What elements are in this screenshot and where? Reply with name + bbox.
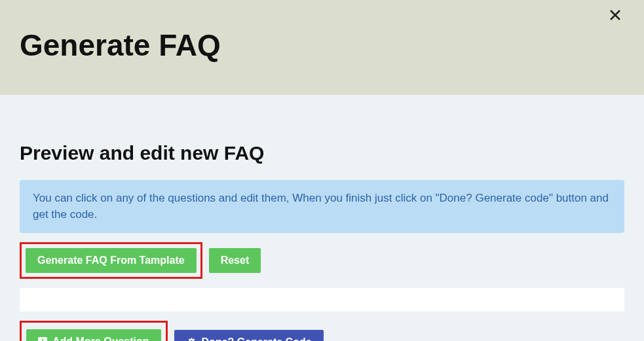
- button-label: Generate FAQ From Tamplate: [37, 255, 185, 266]
- close-icon: [609, 9, 621, 21]
- done-generate-code-button[interactable]: Done? Generate Code: [174, 330, 324, 341]
- generate-from-template-button[interactable]: Generate FAQ From Tamplate: [26, 248, 197, 273]
- highlight-annotation: Add More Question: [20, 321, 168, 341]
- button-label: Reset: [221, 255, 250, 266]
- button-label: Done? Generate Code: [202, 336, 312, 341]
- highlight-annotation: Generate FAQ From Tamplate: [20, 242, 202, 279]
- button-row-2: Add More Question Done? Generate Code: [29, 321, 624, 341]
- modal-title: Generate FAQ: [20, 27, 624, 63]
- section-title: Preview and edit new FAQ: [20, 142, 624, 164]
- reset-button[interactable]: Reset: [209, 248, 261, 273]
- faq-preview-panel: [20, 288, 624, 312]
- close-button[interactable]: [609, 8, 621, 24]
- button-label: Add More Question: [52, 336, 149, 341]
- modal-header: Generate FAQ: [0, 0, 644, 95]
- add-more-question-button[interactable]: Add More Question: [26, 329, 161, 341]
- button-row-1: Generate FAQ From Tamplate Reset: [20, 242, 624, 279]
- plus-icon: [38, 337, 47, 341]
- info-alert: You can click on any of the questions an…: [20, 180, 624, 233]
- info-text: You can click on any of the questions an…: [33, 192, 609, 221]
- modal-content: Preview and edit new FAQ You can click o…: [0, 95, 644, 341]
- gear-icon: [186, 337, 197, 341]
